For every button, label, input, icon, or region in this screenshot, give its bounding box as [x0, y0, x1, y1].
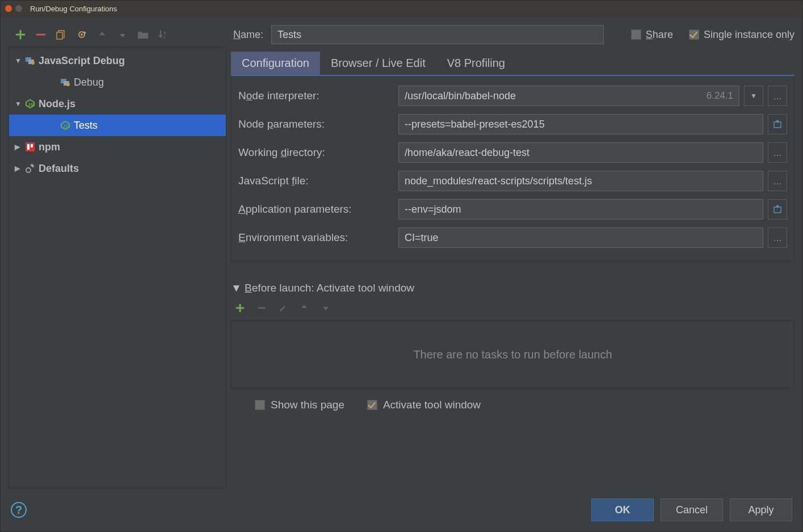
single-instance-label: Single instance only [704, 29, 794, 41]
chevron-right-icon: ▶ [15, 164, 22, 172]
svg-point-12 [66, 83, 70, 86]
environment-variables-browse[interactable]: … [768, 227, 787, 248]
svg-rect-1 [57, 32, 62, 39]
svg-text:JS: JS [63, 124, 68, 129]
tree-item-javascript-debug[interactable]: ▼ JavaScript Debug [9, 50, 226, 71]
ok-button[interactable]: OK [591, 499, 654, 521]
javascript-file-label: JavaScript file: [238, 175, 396, 187]
tree-label: npm [39, 141, 60, 153]
tree-label: JavaScript Debug [39, 55, 125, 67]
svg-point-9 [31, 61, 35, 65]
checkbox-icon [631, 29, 641, 40]
close-window-icon[interactable] [5, 5, 12, 12]
working-directory-label: Working directory: [238, 146, 396, 159]
svg-text:JS: JS [28, 102, 33, 107]
tab-configuration[interactable]: Configuration [231, 52, 320, 75]
application-parameters-label: Application parameters: [238, 203, 396, 216]
checkbox-checked-icon [367, 400, 377, 410]
move-up-button[interactable] [96, 28, 108, 41]
activate-tool-window-checkbox[interactable]: Activate tool window [367, 399, 481, 411]
sort-az-button[interactable]: az [157, 28, 170, 41]
svg-point-3 [81, 33, 83, 36]
window-title: Run/Debug Configurations [30, 5, 117, 13]
edit-defaults-button[interactable] [75, 28, 88, 41]
tree-item-npm[interactable]: ▶ npm [9, 136, 226, 158]
activate-tool-window-label: Activate tool window [383, 399, 481, 411]
tree-label: Defaults [39, 163, 79, 175]
application-parameters-field[interactable]: --env=jsdom [398, 199, 763, 219]
name-label: Name: [233, 29, 263, 41]
working-directory-browse[interactable]: … [768, 142, 787, 163]
application-parameters-value: --env=jsdom [405, 204, 461, 216]
config-toolbar: az [9, 22, 226, 47]
environment-variables-value: CI=true [405, 232, 439, 244]
tree-item-defaults[interactable]: ▶ Defaults [9, 158, 226, 179]
tree-label: Debug [74, 77, 104, 88]
checkbox-icon [255, 400, 265, 410]
javascript-file-browse[interactable]: … [768, 171, 787, 191]
apply-button[interactable]: Apply [730, 499, 792, 521]
remove-task-button[interactable] [257, 303, 268, 315]
svg-rect-19 [30, 163, 34, 167]
working-directory-value: /home/aka/react-debug-test [405, 147, 529, 159]
javascript-file-field[interactable]: node_modules/react-scripts/scripts/test.… [398, 171, 763, 191]
copy-config-button[interactable] [55, 28, 68, 41]
chevron-down-icon: ▼ [15, 57, 22, 65]
environment-variables-field[interactable]: CI=true [398, 227, 763, 248]
node-interpreter-browse[interactable]: … [768, 86, 787, 106]
add-config-button[interactable] [14, 28, 27, 41]
edit-task-button[interactable] [279, 303, 290, 315]
wrench-gear-icon [25, 163, 35, 174]
remove-config-button[interactable] [35, 28, 47, 41]
tree-item-debug[interactable]: Debug [9, 71, 226, 93]
javascript-file-value: node_modules/react-scripts/scripts/test.… [405, 175, 592, 187]
help-button[interactable]: ? [11, 502, 27, 518]
before-launch-header[interactable]: ▼ Before launch: Activate tool window [231, 278, 794, 298]
checkbox-checked-icon [689, 29, 699, 40]
node-parameters-value: --presets=babel-preset-es2015 [405, 119, 545, 130]
other-window-icon[interactable] [15, 5, 22, 12]
svg-text:z: z [163, 35, 166, 40]
show-this-page-label: Show this page [271, 399, 344, 411]
node-parameters-expand[interactable] [768, 114, 787, 134]
task-down-button[interactable] [322, 303, 333, 315]
tab-v8-profiling[interactable]: V8 Profiling [436, 52, 516, 75]
share-label: Share [646, 29, 673, 41]
before-launch-empty: There are no tasks to run before launch [413, 348, 612, 361]
config-tree: ▼ JavaScript Debug Debug ▼ JS [9, 47, 226, 488]
node-interpreter-label: Node interpreter: [238, 90, 396, 102]
npm-icon [25, 142, 35, 152]
chevron-right-icon: ▶ [15, 143, 22, 151]
node-interpreter-value: /usr/local/bin/babel-node [405, 90, 516, 102]
node-interpreter-version: 6.24.1 [707, 90, 733, 102]
before-launch-toolbar [231, 298, 794, 320]
svg-rect-16 [27, 144, 30, 150]
task-up-button[interactable] [300, 303, 312, 315]
share-checkbox[interactable]: Share [631, 29, 673, 41]
svg-rect-15 [26, 142, 35, 151]
tree-item-nodejs[interactable]: ▼ JS Node.js [9, 93, 226, 115]
node-parameters-field[interactable]: --presets=babel-preset-es2015 [398, 114, 763, 134]
single-instance-checkbox[interactable]: Single instance only [689, 29, 794, 41]
node-parameters-label: Node parameters: [238, 118, 396, 130]
svg-point-18 [26, 168, 31, 172]
nodejs-icon: JS [60, 120, 70, 130]
tabs: Configuration Browser / Live Edit V8 Pro… [231, 52, 794, 76]
move-down-button[interactable] [116, 28, 129, 41]
node-interpreter-field[interactable]: /usr/local/bin/babel-node 6.24.1 [398, 86, 739, 106]
nodejs-icon: JS [25, 99, 35, 109]
tab-browser-live-edit[interactable]: Browser / Live Edit [320, 52, 436, 75]
tree-item-tests[interactable]: JS Tests [9, 115, 226, 136]
add-task-button[interactable] [236, 303, 247, 315]
config-form: Node interpreter: /usr/local/bin/babel-n… [231, 76, 794, 261]
node-interpreter-dropdown[interactable]: ▼ [744, 86, 763, 106]
folder-button[interactable] [137, 28, 149, 41]
working-directory-field[interactable]: /home/aka/react-debug-test [398, 142, 763, 163]
chevron-down-icon: ▼ [15, 100, 22, 108]
application-parameters-expand[interactable] [768, 199, 787, 219]
config-name-input[interactable] [271, 25, 604, 44]
show-this-page-checkbox[interactable]: Show this page [255, 399, 344, 411]
tree-label: Tests [74, 120, 98, 132]
before-launch-list: There are no tasks to run before launch [231, 320, 794, 389]
cancel-button[interactable]: Cancel [661, 499, 723, 521]
